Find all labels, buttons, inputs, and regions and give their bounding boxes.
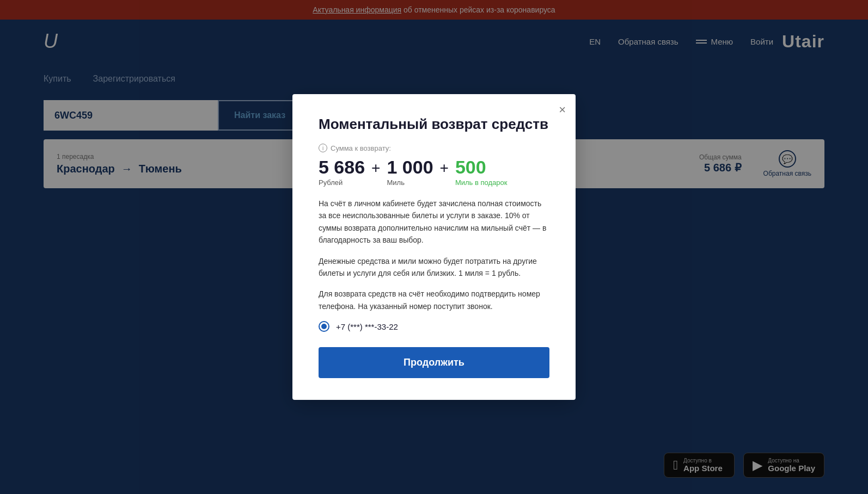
plus-sign-1: + <box>371 159 380 187</box>
sum-label-row: i Сумма к возврату: <box>319 144 549 152</box>
amounts-row: 5 686 Рублей + 1 000 Миль + 500 Миль в п… <box>319 158 549 187</box>
amount-rubles-unit: Рублей <box>319 178 365 187</box>
modal-overlay: × Моментальный возврат средств i Сумма к… <box>0 0 868 494</box>
modal-desc-3: Для возврата средств на счёт необходимо … <box>319 288 549 312</box>
amount-miles-value: 1 000 <box>387 158 433 176</box>
modal: × Моментальный возврат средств i Сумма к… <box>292 94 576 400</box>
modal-title: Моментальный возврат средств <box>319 116 549 133</box>
amount-bonus-unit: Миль в подарок <box>455 178 508 187</box>
phone-option[interactable]: +7 (***) ***-33-22 <box>319 321 549 332</box>
modal-desc-2: Денежные средства и мили можно будет пот… <box>319 255 549 280</box>
sum-label: Сумма к возврату: <box>331 144 391 152</box>
amount-miles: 1 000 Миль <box>387 158 433 187</box>
amount-miles-unit: Миль <box>387 178 433 187</box>
radio-button[interactable] <box>319 321 329 332</box>
continue-button[interactable]: Продолжить <box>319 347 549 378</box>
plus-sign-2: + <box>440 159 449 187</box>
modal-desc-1: На счёт в личном кабинете будет зачислен… <box>319 197 549 246</box>
amount-rubles: 5 686 Рублей <box>319 158 365 187</box>
info-icon: i <box>319 144 327 152</box>
radio-dot <box>321 324 327 329</box>
amount-bonus-value: 500 <box>455 158 508 176</box>
amount-rubles-value: 5 686 <box>319 158 365 176</box>
modal-close-button[interactable]: × <box>559 104 566 116</box>
phone-number: +7 (***) ***-33-22 <box>336 322 398 331</box>
amount-bonus: 500 Миль в подарок <box>455 158 508 187</box>
